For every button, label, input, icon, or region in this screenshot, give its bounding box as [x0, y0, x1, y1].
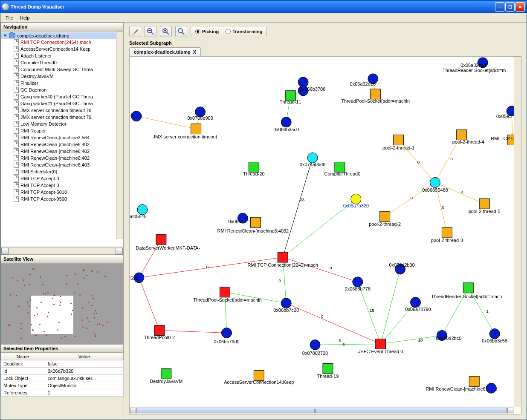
tree-leaf[interactable]: RMI Reaper	[14, 127, 123, 134]
hscroll-left-icon[interactable]	[130, 408, 136, 413]
tree-leaf-label: DestroyJavaVM	[20, 74, 54, 79]
svg-line-33	[286, 303, 381, 344]
svg-line-52	[435, 182, 484, 204]
tree-leaf[interactable]: RMI RenewClean-[machine3:564	[14, 134, 123, 141]
radio-icon	[226, 29, 231, 34]
tree-leaf[interactable]: RMI TCP Accept-0	[14, 175, 123, 182]
menu-file[interactable]: File	[2, 14, 17, 21]
table-row[interactable]: References1	[1, 389, 124, 397]
svg-text:0x078d2bc0: 0x078d2bc0	[436, 336, 461, 341]
svg-rect-66	[371, 89, 381, 99]
svg-line-4	[167, 32, 169, 35]
svg-rect-78	[335, 162, 345, 172]
tree-leaf[interactable]: RMI TCP Connection(2464)-mach	[14, 39, 123, 46]
tree-leaf[interactable]: Gang worker#1 (Parallel GC Threa	[14, 100, 123, 107]
tree-leaf[interactable]: JMX server connection timeout 78	[14, 107, 123, 114]
tree-hscroll[interactable]	[0, 247, 124, 255]
svg-line-30	[139, 278, 159, 331]
svg-text:0x07802728: 0x07802728	[302, 351, 328, 356]
navigation-panel-title: Navigation	[0, 23, 124, 31]
tree-leaf[interactable]: Gang worker#0 (Parallel GC Threa	[14, 93, 123, 100]
collapse-handle-icon[interactable]: ⊟	[3, 33, 8, 38]
maximize-button[interactable]	[505, 2, 515, 12]
file-icon	[14, 182, 19, 188]
graph-tab[interactable]: complex-deadlock.tdump X	[129, 47, 201, 56]
graph-tab-label: complex-deadlock.tdump	[134, 49, 191, 55]
svg-rect-137	[442, 227, 452, 238]
properties-panel-title: Selected Item Properties	[0, 344, 124, 353]
svg-rect-118	[161, 368, 171, 379]
zoom-fit-button[interactable]	[175, 26, 187, 37]
svg-text:0: 0	[278, 278, 281, 283]
tree-leaf[interactable]: Finalizer	[14, 80, 123, 86]
properties-header-name[interactable]: Name	[1, 353, 45, 360]
svg-text:0: 0	[442, 205, 444, 210]
graph-canvas[interactable]: 80023118015610100000Thread-110x066b37080…	[129, 56, 521, 414]
tree-leaf[interactable]: RMI TCP Accept-0	[14, 182, 123, 189]
minimize-button[interactable]	[495, 2, 504, 12]
svg-text:RMI TCP Connection(2242)-mach: RMI TCP Connection(2242)-mach	[248, 262, 318, 268]
tree-leaf[interactable]: CompilerThread0	[14, 59, 123, 66]
zoom-in-button[interactable]	[160, 26, 172, 37]
menu-help[interactable]: Help	[17, 14, 33, 21]
satellite-lens[interactable]	[31, 296, 73, 334]
close-button[interactable]	[515, 2, 525, 12]
svg-text:0x06895488: 0x06895488	[422, 187, 448, 193]
tree-leaf[interactable]: RMI RenewClean-[machine6:402	[14, 141, 123, 148]
tree-leaf[interactable]: AccessServerConnection14.Keep	[14, 46, 123, 52]
file-icon	[14, 101, 19, 106]
tree-leaf-label: AccessServerConnection14.Keep	[20, 46, 90, 52]
svg-point-110	[411, 297, 421, 308]
svg-text:0: 0	[450, 156, 453, 161]
tree-leaf[interactable]: JMX server connection timeout 79	[14, 114, 123, 121]
graph-vscroll[interactable]	[514, 57, 521, 407]
svg-text:0: 0	[330, 265, 332, 270]
svg-text:6: 6	[339, 338, 342, 342]
transforming-radio[interactable]: Transforming	[226, 29, 262, 34]
tree-leaf[interactable]: Attach Listener	[14, 52, 123, 59]
svg-rect-108	[376, 339, 386, 349]
satellite-view[interactable]	[0, 263, 124, 344]
properties-header-value[interactable]: Value	[45, 353, 123, 360]
table-row[interactable]: Mutex TypeObjectMonitor	[1, 382, 124, 389]
menubar: File Help	[0, 13, 527, 23]
svg-text:0: 0	[321, 314, 324, 319]
file-icon	[14, 135, 19, 141]
svg-text:8: 8	[342, 342, 345, 347]
svg-text:JMX server connection timeout: JMX server connection timeout	[153, 134, 217, 139]
tree-leaf[interactable]: RMI RenewClean-[machine6:402	[14, 155, 123, 161]
navigation-tree[interactable]: ⊟ complex-deadlock.tdump RMI TCP Connect…	[0, 31, 124, 247]
tree-leaf[interactable]: DestroyJavaVM	[14, 73, 123, 80]
brush-button[interactable]	[129, 26, 141, 37]
zoom-out-button[interactable]	[145, 26, 156, 37]
prop-name: References	[1, 389, 45, 397]
svg-rect-94	[220, 287, 230, 297]
graph-hscroll[interactable]	[130, 407, 514, 414]
hscroll-right-icon[interactable]	[507, 408, 513, 413]
tree-leaf[interactable]: Concurrent Mark-Sweep GC Threa	[14, 66, 123, 73]
tree-leaf[interactable]: RMI Scheduler(0)	[14, 168, 123, 175]
table-row[interactable]: Deadlockfalse	[1, 360, 124, 368]
tree-leaf-label: Gang worker#1 (Parallel GC Threa	[20, 101, 93, 106]
svg-point-126	[486, 383, 496, 393]
tree-root[interactable]: ⊟ complex-deadlock.tdump	[1, 32, 123, 39]
svg-text:ThreadReader-Socket[addr=mach: ThreadReader-Socket[addr=mach	[431, 294, 502, 299]
svg-point-114	[489, 329, 500, 339]
hscroll-thumb[interactable]	[136, 408, 507, 413]
tree-leaf[interactable]: Low Memory Detector	[14, 121, 123, 127]
tree-leaf[interactable]: RMI TCP Accept-9500	[14, 196, 123, 202]
tree-leaf[interactable]: RMI RenewClean-[machine6:403	[14, 161, 123, 168]
tree-leaf[interactable]: RMI RenewClean-[machine6:402	[14, 148, 123, 155]
tree-leaf-label: RMI RenewClean-[machine6:402	[20, 155, 90, 161]
svg-line-29	[159, 331, 227, 333]
table-row[interactable]: Id0x06a7b320	[1, 368, 124, 375]
svg-text:pool-2-thread-4: pool-2-thread-4	[452, 139, 484, 144]
tree-vscroll[interactable]	[116, 32, 123, 239]
tree-leaf[interactable]: GC Daemon	[14, 86, 123, 93]
tree-leaf[interactable]: RMI TCP Accept-5010	[14, 189, 123, 196]
table-row[interactable]: Lock Objectcom.tango.ax.risk.ser...	[1, 375, 124, 382]
svg-text:0x06bb3c58: 0x06bb3c58	[482, 338, 507, 343]
graph-tab-close-icon[interactable]: X	[193, 49, 196, 55]
svg-text:ThreadPool-Socket[addr=machin: ThreadPool-Socket[addr=machin	[193, 297, 262, 302]
picking-radio[interactable]: Picking	[195, 29, 219, 34]
